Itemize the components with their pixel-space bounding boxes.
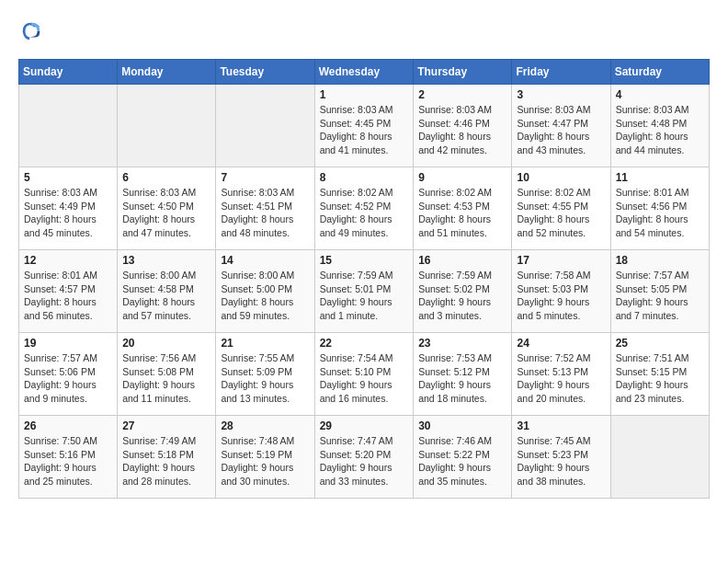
day-info: Sunrise: 7:57 AM Sunset: 5:06 PM Dayligh… (24, 351, 112, 406)
day-number: 13 (122, 254, 210, 267)
day-info: Sunrise: 7:45 AM Sunset: 5:23 PM Dayligh… (517, 434, 605, 488)
day-number: 4 (616, 88, 704, 101)
weekday-header-sunday: Sunday (19, 60, 118, 85)
calendar-week-3: 12Sunrise: 8:01 AM Sunset: 4:57 PM Dayli… (19, 250, 710, 333)
day-number: 31 (517, 419, 605, 432)
calendar-week-5: 26Sunrise: 7:50 AM Sunset: 5:16 PM Dayli… (19, 416, 710, 499)
day-info: Sunrise: 7:54 AM Sunset: 5:10 PM Dayligh… (320, 351, 409, 406)
day-number: 20 (122, 337, 210, 350)
day-info: Sunrise: 7:49 AM Sunset: 5:18 PM Dayligh… (122, 434, 210, 488)
day-info: Sunrise: 8:03 AM Sunset: 4:50 PM Dayligh… (122, 186, 210, 240)
calendar-cell: 15Sunrise: 7:59 AM Sunset: 5:01 PM Dayli… (314, 250, 414, 333)
page-header (18, 18, 710, 44)
day-number: 10 (517, 171, 605, 184)
weekday-header-monday: Monday (118, 60, 216, 85)
day-info: Sunrise: 8:03 AM Sunset: 4:49 PM Dayligh… (24, 186, 112, 240)
day-number: 27 (122, 419, 210, 432)
day-info: Sunrise: 7:50 AM Sunset: 5:16 PM Dayligh… (24, 434, 112, 488)
day-number: 17 (517, 254, 605, 267)
calendar-cell (19, 85, 118, 167)
logo-icon (18, 18, 44, 44)
weekday-header-thursday: Thursday (414, 60, 512, 85)
calendar-cell: 20Sunrise: 7:56 AM Sunset: 5:08 PM Dayli… (118, 333, 216, 416)
calendar-cell: 11Sunrise: 8:01 AM Sunset: 4:56 PM Dayli… (610, 167, 709, 250)
day-number: 18 (616, 254, 704, 267)
day-info: Sunrise: 8:02 AM Sunset: 4:55 PM Dayligh… (517, 186, 605, 240)
calendar-cell: 13Sunrise: 8:00 AM Sunset: 4:58 PM Dayli… (118, 250, 216, 333)
day-number: 1 (320, 88, 409, 101)
calendar-cell: 10Sunrise: 8:02 AM Sunset: 4:55 PM Dayli… (512, 167, 610, 250)
day-info: Sunrise: 7:52 AM Sunset: 5:13 PM Dayligh… (517, 351, 605, 406)
calendar-cell: 21Sunrise: 7:55 AM Sunset: 5:09 PM Dayli… (216, 333, 314, 416)
calendar-cell: 29Sunrise: 7:47 AM Sunset: 5:20 PM Dayli… (314, 416, 414, 499)
day-info: Sunrise: 7:57 AM Sunset: 5:05 PM Dayligh… (616, 269, 704, 323)
calendar-cell (118, 85, 216, 167)
day-number: 22 (320, 337, 409, 350)
calendar-cell: 7Sunrise: 8:03 AM Sunset: 4:51 PM Daylig… (216, 167, 314, 250)
day-number: 9 (418, 171, 506, 184)
day-number: 30 (418, 419, 506, 432)
day-info: Sunrise: 7:47 AM Sunset: 5:20 PM Dayligh… (320, 434, 409, 488)
day-info: Sunrise: 8:00 AM Sunset: 4:58 PM Dayligh… (122, 269, 210, 323)
day-number: 7 (221, 171, 309, 184)
day-info: Sunrise: 7:55 AM Sunset: 5:09 PM Dayligh… (221, 351, 309, 406)
calendar-cell: 5Sunrise: 8:03 AM Sunset: 4:49 PM Daylig… (19, 167, 118, 250)
day-info: Sunrise: 8:02 AM Sunset: 4:52 PM Dayligh… (320, 186, 409, 240)
day-number: 6 (122, 171, 210, 184)
day-number: 2 (418, 88, 506, 101)
weekday-header-friday: Friday (512, 60, 610, 85)
calendar-cell: 28Sunrise: 7:48 AM Sunset: 5:19 PM Dayli… (216, 416, 314, 499)
day-number: 24 (517, 337, 605, 350)
day-number: 19 (24, 337, 112, 350)
day-number: 16 (418, 254, 506, 267)
day-info: Sunrise: 8:01 AM Sunset: 4:56 PM Dayligh… (616, 186, 704, 240)
day-info: Sunrise: 7:53 AM Sunset: 5:12 PM Dayligh… (418, 351, 506, 406)
day-number: 23 (418, 337, 506, 350)
day-number: 5 (24, 171, 112, 184)
calendar-cell: 26Sunrise: 7:50 AM Sunset: 5:16 PM Dayli… (19, 416, 118, 499)
calendar-cell: 27Sunrise: 7:49 AM Sunset: 5:18 PM Dayli… (118, 416, 216, 499)
calendar-cell: 24Sunrise: 7:52 AM Sunset: 5:13 PM Dayli… (512, 333, 610, 416)
calendar-cell: 30Sunrise: 7:46 AM Sunset: 5:22 PM Dayli… (414, 416, 512, 499)
day-number: 26 (24, 419, 112, 432)
calendar-cell: 1Sunrise: 8:03 AM Sunset: 4:45 PM Daylig… (314, 85, 414, 167)
day-number: 21 (221, 337, 309, 350)
calendar-cell: 18Sunrise: 7:57 AM Sunset: 5:05 PM Dayli… (610, 250, 709, 333)
weekday-header-wednesday: Wednesday (314, 60, 414, 85)
day-number: 8 (320, 171, 409, 184)
calendar-cell (610, 416, 709, 499)
day-number: 28 (221, 419, 309, 432)
day-number: 3 (517, 88, 605, 101)
logo (18, 18, 48, 44)
day-info: Sunrise: 8:03 AM Sunset: 4:48 PM Dayligh… (616, 103, 704, 157)
day-info: Sunrise: 8:00 AM Sunset: 5:00 PM Dayligh… (221, 269, 309, 323)
day-info: Sunrise: 7:56 AM Sunset: 5:08 PM Dayligh… (122, 351, 210, 406)
calendar-week-2: 5Sunrise: 8:03 AM Sunset: 4:49 PM Daylig… (19, 167, 710, 250)
day-info: Sunrise: 7:59 AM Sunset: 5:02 PM Dayligh… (418, 269, 506, 323)
calendar-cell: 9Sunrise: 8:02 AM Sunset: 4:53 PM Daylig… (414, 167, 512, 250)
day-number: 14 (221, 254, 309, 267)
day-number: 11 (616, 171, 704, 184)
day-info: Sunrise: 8:03 AM Sunset: 4:47 PM Dayligh… (517, 103, 605, 157)
calendar-cell: 19Sunrise: 7:57 AM Sunset: 5:06 PM Dayli… (19, 333, 118, 416)
calendar-cell: 12Sunrise: 8:01 AM Sunset: 4:57 PM Dayli… (19, 250, 118, 333)
day-info: Sunrise: 8:03 AM Sunset: 4:46 PM Dayligh… (418, 103, 506, 157)
day-number: 15 (320, 254, 409, 267)
calendar-cell: 2Sunrise: 8:03 AM Sunset: 4:46 PM Daylig… (414, 85, 512, 167)
day-info: Sunrise: 7:51 AM Sunset: 5:15 PM Dayligh… (616, 351, 704, 406)
day-info: Sunrise: 7:46 AM Sunset: 5:22 PM Dayligh… (418, 434, 506, 488)
calendar-cell: 23Sunrise: 7:53 AM Sunset: 5:12 PM Dayli… (414, 333, 512, 416)
calendar-cell: 31Sunrise: 7:45 AM Sunset: 5:23 PM Dayli… (512, 416, 610, 499)
day-info: Sunrise: 8:03 AM Sunset: 4:51 PM Dayligh… (221, 186, 309, 240)
day-info: Sunrise: 7:58 AM Sunset: 5:03 PM Dayligh… (517, 269, 605, 323)
calendar-week-4: 19Sunrise: 7:57 AM Sunset: 5:06 PM Dayli… (19, 333, 710, 416)
calendar-week-1: 1Sunrise: 8:03 AM Sunset: 4:45 PM Daylig… (19, 85, 710, 167)
day-number: 12 (24, 254, 112, 267)
calendar-cell: 14Sunrise: 8:00 AM Sunset: 5:00 PM Dayli… (216, 250, 314, 333)
weekday-header-row: SundayMondayTuesdayWednesdayThursdayFrid… (19, 60, 710, 85)
day-number: 29 (320, 419, 409, 432)
day-info: Sunrise: 8:03 AM Sunset: 4:45 PM Dayligh… (320, 103, 409, 157)
calendar-cell: 6Sunrise: 8:03 AM Sunset: 4:50 PM Daylig… (118, 167, 216, 250)
calendar-cell: 17Sunrise: 7:58 AM Sunset: 5:03 PM Dayli… (512, 250, 610, 333)
weekday-header-tuesday: Tuesday (216, 60, 314, 85)
